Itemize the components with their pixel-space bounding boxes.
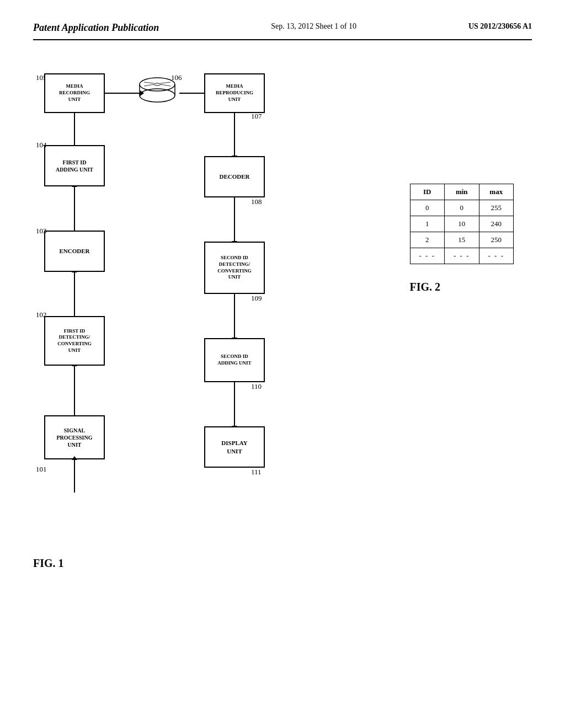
header-right: US 2012/230656 A1 [468, 22, 532, 31]
arrow-102-103 [74, 272, 75, 316]
arrow-disk-107 [179, 93, 207, 94]
block-101: SIGNALPROCESSINGUNIT [44, 415, 105, 459]
svg-line-8 [161, 82, 170, 83]
table-row-dots: - - - - - - - - - [410, 248, 532, 264]
col-header-id: ID [410, 184, 445, 200]
svg-line-5 [144, 84, 154, 86]
cell-max-2: 250 [479, 232, 514, 248]
ref-106: 106 [171, 73, 182, 82]
cell-id-dots: - - - [410, 248, 445, 264]
block-104: FIRST IDADDING UNIT [44, 145, 105, 186]
svg-point-4 [154, 83, 161, 85]
ref-101: 101 [36, 465, 47, 474]
cell-min-dots: - - - [445, 248, 479, 264]
table-row: 2 15 250 [410, 232, 532, 248]
disk-icon-106 [135, 65, 179, 111]
block-107: MEDIAREPRODUCINGUNIT [204, 73, 265, 113]
arrow-103-104 [74, 186, 75, 231]
cell-min-0: 0 [445, 200, 479, 216]
cell-id-2: 2 [410, 232, 445, 248]
table-row: 1 10 240 [410, 216, 532, 232]
block-109: SECOND IDDETECTING/CONVERTINGUNIT [204, 242, 265, 294]
ref-110: 110 [251, 382, 262, 391]
fig2-table: ID min max 0 0 255 1 10 [410, 184, 532, 264]
fig1-label: FIG. 1 [33, 557, 64, 570]
fig1-container: SIGNALPROCESSINGUNIT 101 FIRST IDDETECTI… [33, 73, 377, 553]
header-center: Sep. 13, 2012 Sheet 1 of 10 [271, 22, 356, 31]
block-108: DECODER [204, 156, 265, 197]
cell-id-0: 0 [410, 200, 445, 216]
svg-line-6 [144, 82, 154, 83]
header: Patent Application Publication Sep. 13, … [33, 22, 532, 40]
arrow-input-101 [74, 459, 75, 493]
ref-109: 109 [251, 294, 262, 303]
cell-max-0: 255 [479, 200, 514, 216]
block-103: ENCODER [44, 231, 105, 272]
block-110: SECOND IDADDING UNIT [204, 338, 265, 382]
cell-max-1: 240 [479, 216, 514, 232]
arrow-109-110 [234, 294, 235, 338]
ref-104: 104 [36, 141, 47, 149]
block-111: DISPLAYUNIT [204, 426, 265, 468]
header-left: Patent Application Publication [33, 22, 159, 34]
arrow-107-108 [234, 113, 235, 156]
table-row: 0 0 255 [410, 200, 532, 216]
ref-111: 111 [251, 468, 262, 477]
cell-min-2: 15 [445, 232, 479, 248]
fig2-label: FIG. 2 [410, 281, 532, 293]
block-diagram: SIGNALPROCESSINGUNIT 101 FIRST IDDETECTI… [33, 73, 265, 553]
main-content: SIGNALPROCESSINGUNIT 101 FIRST IDDETECTI… [33, 73, 532, 553]
ref-108: 108 [251, 197, 262, 206]
ref-102: 102 [36, 311, 47, 319]
cell-min-1: 10 [445, 216, 479, 232]
disk-svg [135, 65, 179, 109]
fig2-container: ID min max 0 0 255 1 10 [410, 184, 532, 553]
page: Patent Application Publication Sep. 13, … [0, 0, 565, 728]
col-header-max: max [479, 184, 514, 200]
cell-max-dots: - - - [479, 248, 514, 264]
block-102: FIRST IDDETECTING/CONVERTINGUNIT [44, 316, 105, 366]
block-105: MEDIARECORDINGUNIT [44, 73, 105, 113]
arrow-108-109 [234, 197, 235, 242]
ref-103: 103 [36, 227, 47, 235]
ref-107: 107 [251, 112, 262, 121]
arrow-110-111 [234, 382, 235, 426]
svg-line-7 [161, 84, 170, 86]
arrow-101-102 [74, 366, 75, 415]
cell-id-1: 1 [410, 216, 445, 232]
col-header-min: min [445, 184, 479, 200]
